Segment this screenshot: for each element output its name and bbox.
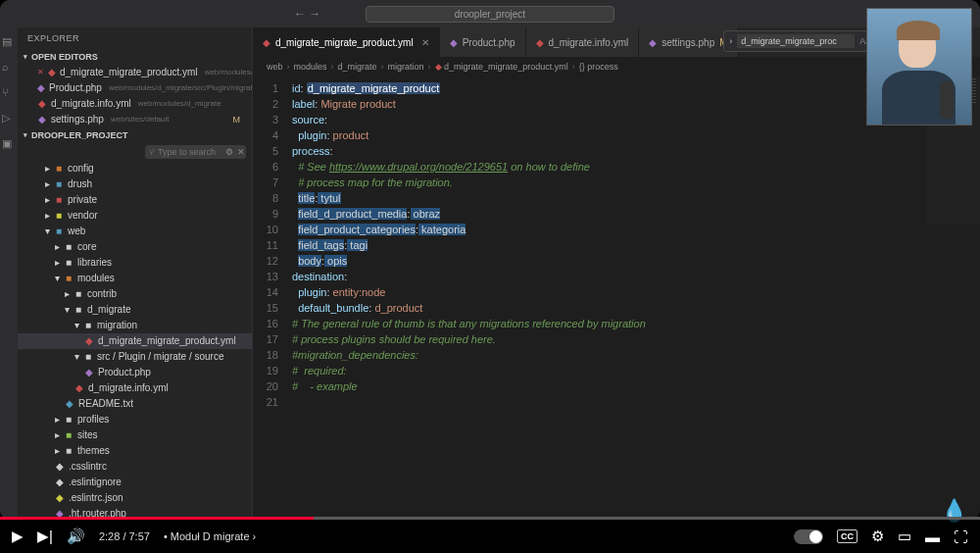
- theater-button[interactable]: ▬: [925, 528, 940, 545]
- clear-icon[interactable]: ✕: [237, 147, 245, 157]
- chevron-right-icon[interactable]: ›: [729, 36, 732, 46]
- file-item[interactable]: ◆Product.php: [18, 365, 252, 380]
- folder-item[interactable]: ▸ ■private: [18, 192, 252, 208]
- folder-item[interactable]: ▸ ■sites: [18, 427, 252, 443]
- file-item[interactable]: ◆.eslintignore: [18, 475, 252, 490]
- folder-item[interactable]: ▾ ■web: [18, 224, 252, 239]
- file-item[interactable]: ◆.csslintrc: [18, 459, 252, 475]
- explorer-icon[interactable]: ▤: [2, 35, 16, 49]
- folder-item[interactable]: ▾ ■migration: [18, 318, 252, 333]
- editor-tab[interactable]: ◆Product.php: [440, 27, 526, 57]
- vscode-window: ← → droopler_project ▤ ⌕ ⑂ ▷ ▣ EXPLORER …: [0, 0, 980, 520]
- fullscreen-button[interactable]: ⛶: [954, 528, 968, 545]
- search-icon[interactable]: ⌕: [2, 61, 16, 75]
- sidebar: EXPLORER OPEN EDITORS ✕ ◆d_migrate_migra…: [18, 27, 253, 520]
- cc-button[interactable]: CC: [837, 529, 858, 543]
- folder-item[interactable]: ▸ ■themes: [18, 443, 252, 459]
- open-editor-item[interactable]: ◆settings.phpweb/sites/defaultM: [18, 112, 252, 127]
- explorer-title: EXPLORER: [18, 27, 252, 49]
- autoplay-toggle[interactable]: [794, 529, 823, 544]
- chapter-label[interactable]: • Moduł D migrate ›: [164, 530, 256, 542]
- nav-arrows[interactable]: ← →: [294, 7, 320, 21]
- editor-tab[interactable]: ◆d_migrate.info.yml: [526, 27, 640, 57]
- next-button[interactable]: ▶|: [37, 528, 53, 545]
- scm-icon[interactable]: ⑂: [2, 86, 16, 100]
- folder-item[interactable]: ▾ ■modules: [18, 271, 252, 286]
- debug-icon[interactable]: ▷: [2, 112, 16, 126]
- file-item[interactable]: ◆d_migrate_migrate_product.yml: [18, 333, 252, 349]
- command-center[interactable]: droopler_project: [366, 6, 614, 23]
- miniplayer-button[interactable]: ▭: [898, 528, 911, 545]
- folder-item[interactable]: ▸ ■profiles: [18, 412, 252, 427]
- breadcrumb-segment[interactable]: web: [267, 62, 283, 72]
- folder-item[interactable]: ▸ ■vendor: [18, 208, 252, 224]
- play-button[interactable]: ▶: [12, 528, 24, 545]
- open-editors-header[interactable]: OPEN EDITORS: [18, 49, 252, 65]
- folder-item[interactable]: ▾ ■d_migrate: [18, 302, 252, 318]
- video-controls: ▶ ▶| 🔊 2:28 / 7:57 • Moduł D migrate › C…: [0, 520, 980, 553]
- titlebar: ← → droopler_project: [0, 0, 980, 27]
- folder-item[interactable]: ▸ ■libraries: [18, 255, 252, 271]
- folder-item[interactable]: ▸ ■core: [18, 239, 252, 255]
- breadcrumb-segment[interactable]: ◆ d_migrate_migrate_product.yml: [435, 62, 568, 72]
- time-display: 2:28 / 7:57: [99, 530, 150, 542]
- open-editor-item[interactable]: ✕ ◆d_migrate_migrate_product.ymlweb/modu…: [18, 65, 252, 80]
- breadcrumb-segment[interactable]: d_migrate: [338, 62, 377, 72]
- tree-search-input[interactable]: [158, 147, 221, 157]
- file-item[interactable]: ◆d_migrate.info.yml: [18, 380, 252, 396]
- editor-tab[interactable]: ◆d_migrate_migrate_product.yml✕: [253, 27, 440, 57]
- folder-item[interactable]: ▸ ■config: [18, 161, 252, 176]
- folder-item[interactable]: ▾ ■src / Plugin / migrate / source: [18, 349, 252, 365]
- folder-item[interactable]: ▸ ■drush: [18, 176, 252, 192]
- settings-button[interactable]: ⚙: [871, 528, 884, 545]
- file-item[interactable]: ◆README.txt: [18, 396, 252, 412]
- webcam-overlay: [866, 8, 972, 126]
- filter-icon[interactable]: ⚙: [225, 147, 233, 157]
- find-input[interactable]: [737, 34, 855, 48]
- open-editor-item[interactable]: ◆Product.phpweb/modules/d_migrate/src/Pl…: [18, 80, 252, 96]
- breadcrumb-segment[interactable]: migration: [388, 62, 424, 72]
- breadcrumb-segment[interactable]: modules: [294, 62, 327, 72]
- code-editor[interactable]: 123456789101112131415161718192021 id: d_…: [253, 76, 980, 520]
- funnel-icon: ⑂: [149, 147, 154, 157]
- open-editor-item[interactable]: ◆d_migrate.info.ymlweb/modules/d_migrate: [18, 96, 252, 112]
- project-header[interactable]: DROOPLER_PROJECT: [18, 127, 252, 143]
- activity-bar: ▤ ⌕ ⑂ ▷ ▣: [0, 27, 18, 520]
- extensions-icon[interactable]: ▣: [2, 137, 16, 151]
- volume-button[interactable]: 🔊: [67, 528, 85, 545]
- tree-search[interactable]: ⑂ ⚙ ✕: [145, 145, 246, 159]
- file-item[interactable]: ◆.eslintrc.json: [18, 490, 252, 506]
- folder-item[interactable]: ▸ ■contrib: [18, 286, 252, 302]
- breadcrumb-segment[interactable]: {} process: [579, 62, 618, 72]
